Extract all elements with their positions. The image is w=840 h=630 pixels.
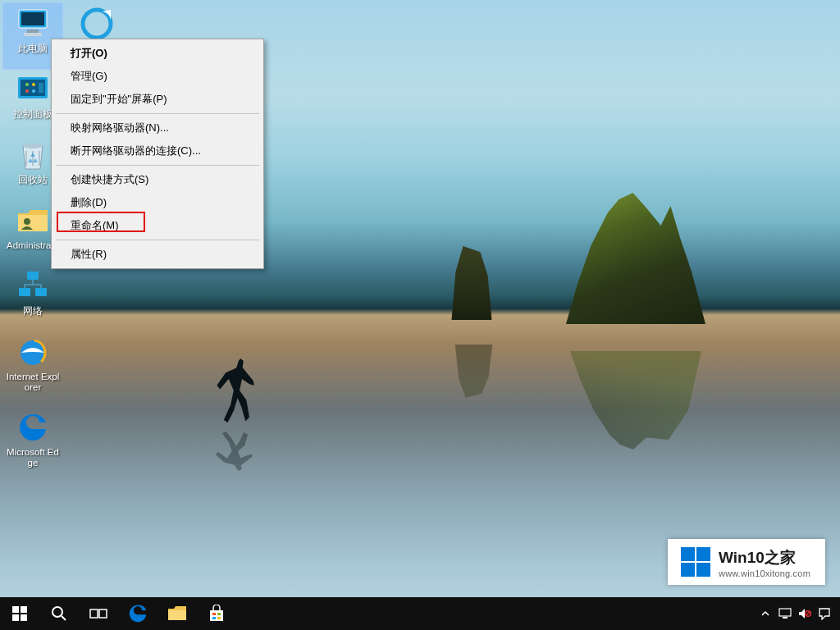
watermark-title: Win10之家 — [719, 547, 810, 568]
svg-rect-20 — [21, 606, 27, 613]
svg-point-8 — [25, 89, 29, 93]
svg-rect-31 — [779, 609, 791, 616]
menu-pin-to-start[interactable]: 固定到"开始"屏幕(P) — [54, 88, 261, 111]
svg-rect-1 — [21, 12, 44, 25]
taskbar-file-explorer[interactable] — [158, 597, 197, 630]
taskbar — [0, 597, 840, 630]
svg-rect-2 — [27, 30, 39, 33]
windows-logo-icon — [681, 547, 710, 577]
svg-rect-14 — [19, 288, 30, 296]
windows-logo-icon — [12, 606, 27, 621]
edge-icon — [127, 603, 148, 624]
svg-rect-22 — [21, 614, 27, 621]
svg-rect-27 — [212, 613, 216, 615]
recycle-bin-icon — [16, 138, 50, 172]
svg-point-12 — [24, 218, 30, 225]
svg-point-6 — [25, 83, 29, 86]
icon-microsoft-edge[interactable]: Microsoft Edge — [3, 407, 62, 482]
search-icon — [51, 605, 67, 622]
menu-manage[interactable]: 管理(G) — [54, 65, 261, 88]
svg-rect-10 — [39, 83, 43, 93]
qq-browser-icon — [80, 7, 114, 41]
system-tray — [758, 597, 835, 630]
task-view-button[interactable] — [79, 597, 118, 630]
svg-rect-19 — [12, 606, 19, 613]
tray-action-center-icon[interactable] — [817, 606, 832, 621]
tray-chevron-up-icon[interactable] — [758, 606, 773, 621]
menu-create-shortcut[interactable]: 创建快捷方式(S) — [54, 168, 261, 191]
menu-separator — [56, 240, 259, 240]
svg-line-34 — [806, 612, 810, 615]
menu-separator — [56, 165, 259, 166]
taskbar-edge[interactable] — [118, 597, 158, 630]
svg-rect-26 — [99, 609, 107, 618]
task-view-icon — [89, 606, 107, 621]
computer-icon — [16, 7, 50, 41]
menu-map-network-drive[interactable]: 映射网络驱动器(N)... — [54, 116, 261, 139]
icon-internet-explorer[interactable]: Internet Explorer — [3, 331, 62, 407]
menu-properties[interactable]: 属性(R) — [54, 243, 261, 266]
menu-delete[interactable]: 删除(D) — [54, 191, 261, 214]
watermark-url: www.win10xitong.com — [719, 568, 810, 578]
svg-rect-13 — [27, 272, 39, 280]
search-button[interactable] — [39, 597, 79, 630]
icon-network[interactable]: 网络 — [3, 266, 62, 331]
svg-point-23 — [52, 607, 62, 617]
menu-disconnect-network-drive[interactable]: 断开网络驱动器的连接(C)... — [54, 139, 261, 162]
watermark-badge: Win10之家 www.win10xitong.com — [668, 539, 825, 585]
svg-rect-30 — [217, 617, 221, 619]
svg-rect-28 — [217, 613, 221, 615]
tray-network-icon[interactable] — [778, 606, 792, 621]
svg-rect-25 — [90, 609, 98, 618]
svg-rect-3 — [24, 33, 42, 36]
folder-icon — [167, 605, 187, 622]
svg-line-24 — [62, 616, 66, 620]
taskbar-store[interactable] — [197, 597, 236, 630]
tray-volume-icon[interactable] — [797, 606, 812, 621]
icon-label: Microsoft Edge — [5, 447, 61, 468]
svg-point-9 — [32, 89, 35, 93]
start-button[interactable] — [0, 597, 39, 630]
store-icon — [208, 605, 226, 623]
svg-rect-29 — [212, 617, 216, 619]
edge-icon — [16, 410, 50, 445]
context-menu: 打开(O) 管理(G) 固定到"开始"屏幕(P) 映射网络驱动器(N)... 断… — [51, 39, 264, 269]
icon-label: 网络 — [5, 306, 61, 317]
svg-rect-32 — [783, 617, 788, 619]
menu-rename[interactable]: 重命名(M) — [54, 214, 261, 237]
svg-point-18 — [83, 10, 111, 38]
svg-rect-15 — [35, 288, 47, 296]
svg-rect-21 — [12, 614, 19, 621]
desktop[interactable]: 此电脑 控制面板 回收站 Administra... 网络 — [0, 0, 840, 630]
svg-point-11 — [23, 144, 43, 148]
svg-point-7 — [32, 83, 35, 86]
folder-user-icon — [16, 203, 50, 238]
network-icon — [16, 269, 50, 304]
control-panel-icon — [16, 72, 50, 107]
ie-icon — [16, 335, 50, 369]
menu-separator — [56, 113, 259, 114]
menu-open[interactable]: 打开(O) — [54, 42, 261, 65]
icon-label: Internet Explorer — [5, 372, 61, 393]
